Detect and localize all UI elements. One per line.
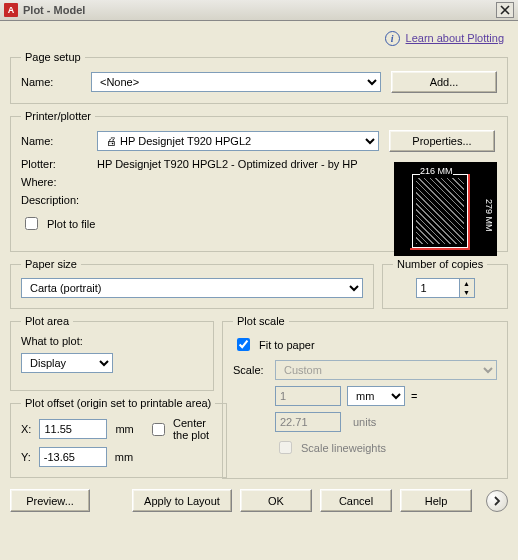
copies-spinner[interactable]: ▲▼ — [460, 278, 475, 298]
y-label: Y: — [21, 451, 31, 463]
plot-scale-group: Plot scale Fit to paper Scale: Custom mm… — [222, 315, 508, 479]
info-icon: i — [385, 31, 400, 46]
scale-label: Scale: — [233, 364, 275, 376]
printer-group: Printer/plotter Name: 🖨 HP Designjet T92… — [10, 110, 508, 252]
scale-select: Custom — [275, 360, 497, 380]
scale-lineweights-checkbox — [279, 441, 292, 454]
x-input[interactable] — [39, 419, 107, 439]
center-plot-label: Center the plot — [173, 417, 216, 441]
equals-label: = — [411, 390, 417, 402]
units-label: units — [353, 416, 376, 428]
scale-num1-input — [275, 386, 341, 406]
plotter-value: HP Designjet T920 HPGL2 - Optimized driv… — [97, 158, 358, 170]
page-setup-legend: Page setup — [21, 51, 85, 63]
close-button[interactable] — [496, 2, 514, 18]
paper-preview: 216 MM 279 MM — [394, 162, 497, 256]
preview-height-label: 279 MM — [484, 199, 494, 232]
plot-area-legend: Plot area — [21, 315, 73, 327]
ok-button[interactable]: OK — [240, 489, 312, 512]
scale-lineweights-label: Scale lineweights — [301, 442, 386, 454]
y-unit: mm — [115, 451, 133, 463]
plot-offset-group: Plot offset (origin set to printable are… — [10, 397, 227, 478]
paper-size-select[interactable]: Carta (portrait) — [21, 278, 363, 298]
apply-layout-button[interactable]: Apply to Layout — [132, 489, 232, 512]
copies-input[interactable] — [416, 278, 460, 298]
copies-legend: Number of copies — [393, 258, 487, 270]
desc-label: Description: — [21, 194, 97, 206]
properties-button[interactable]: Properties... — [389, 130, 495, 152]
help-button[interactable]: Help — [400, 489, 472, 512]
fit-to-paper-label: Fit to paper — [259, 339, 315, 351]
page-setup-name-select[interactable]: <None> — [91, 72, 381, 92]
paper-size-group: Paper size Carta (portrait) — [10, 258, 374, 309]
copies-group: Number of copies ▲▼ — [382, 258, 508, 309]
what-to-plot-select[interactable]: Display — [21, 353, 113, 373]
center-plot-checkbox[interactable] — [152, 423, 165, 436]
printer-name-label: Name: — [21, 135, 97, 147]
page-setup-name-label: Name: — [21, 76, 91, 88]
paper-size-legend: Paper size — [21, 258, 81, 270]
plot-to-file-label: Plot to file — [47, 218, 95, 230]
spinner-up-icon[interactable]: ▲ — [460, 279, 474, 288]
add-button[interactable]: Add... — [391, 71, 497, 93]
spinner-down-icon[interactable]: ▼ — [460, 288, 474, 297]
fit-to-paper-checkbox[interactable] — [237, 338, 250, 351]
preview-button[interactable]: Preview... — [10, 489, 90, 512]
x-label: X: — [21, 423, 31, 435]
cancel-button[interactable]: Cancel — [320, 489, 392, 512]
chevron-right-icon — [492, 496, 502, 506]
printer-legend: Printer/plotter — [21, 110, 95, 122]
page-setup-group: Page setup Name: <None> Add... — [10, 51, 508, 104]
close-icon — [500, 5, 510, 15]
expand-button[interactable] — [486, 490, 508, 512]
plot-to-file-checkbox[interactable] — [25, 217, 38, 230]
x-unit: mm — [115, 423, 133, 435]
what-to-plot-label: What to plot: — [21, 335, 203, 347]
printer-name-select[interactable]: 🖨 HP Designjet T920 HPGL2 — [97, 131, 379, 151]
plot-offset-legend: Plot offset (origin set to printable are… — [21, 397, 215, 409]
plot-area-group: Plot area What to plot: Display — [10, 315, 214, 391]
learn-plotting-link[interactable]: Learn about Plotting — [406, 32, 508, 44]
preview-width-label: 216 MM — [420, 166, 453, 176]
scale-unit-select[interactable]: mm — [347, 386, 405, 406]
y-input[interactable] — [39, 447, 107, 467]
where-label: Where: — [21, 176, 97, 188]
plot-scale-legend: Plot scale — [233, 315, 289, 327]
app-icon: A — [4, 3, 18, 17]
title-bar: A Plot - Model — [0, 0, 518, 21]
scale-num2-input — [275, 412, 341, 432]
window-title: Plot - Model — [23, 4, 496, 16]
plotter-label: Plotter: — [21, 158, 97, 170]
